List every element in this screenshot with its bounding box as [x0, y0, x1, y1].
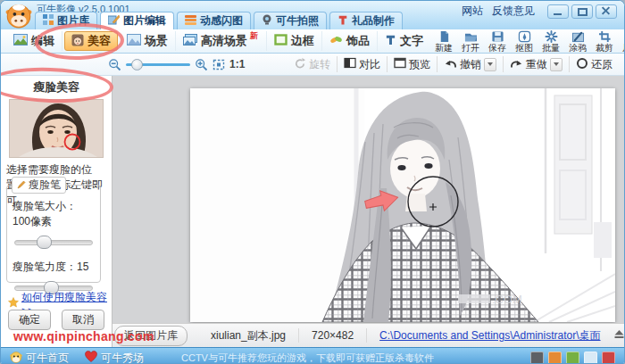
action-label: 批量	[542, 44, 560, 53]
window-controls	[547, 4, 617, 19]
action-label: 保存	[488, 44, 506, 53]
category-ornament[interactable]: 饰品	[322, 31, 378, 51]
redo-history-dropdown[interactable]	[550, 58, 562, 71]
category-beauty[interactable]: 美容	[64, 31, 118, 51]
slim-pen-tab: 瘦脸笔	[12, 177, 66, 194]
website-link[interactable]: 网站	[462, 4, 483, 19]
doodle-brush-icon	[571, 30, 585, 44]
beauty-face-icon	[71, 34, 84, 49]
zoom-bar: 1:1 旋转 对比 预览 撤销 重做	[1, 54, 624, 76]
action-save[interactable]: 保存	[484, 30, 511, 53]
confirm-button[interactable]: 确定	[8, 310, 51, 330]
chevron-down-icon	[554, 62, 559, 66]
restore-label: 还原	[591, 57, 612, 72]
new-file-icon	[438, 30, 451, 44]
zoom-slider-thumb[interactable]	[131, 59, 143, 70]
undo-icon	[444, 57, 457, 71]
maximize-icon	[578, 8, 588, 16]
category-text[interactable]: 文字	[378, 31, 430, 51]
category-border[interactable]: 边框	[267, 31, 322, 51]
cow-icon	[10, 351, 22, 364]
fit-screen-icon[interactable]	[212, 59, 225, 70]
pen-icon	[17, 179, 26, 192]
photo-canvas[interactable]: .COM	[190, 88, 615, 322]
cancel-button[interactable]: 取消	[62, 310, 104, 330]
brush-size-slider[interactable]	[14, 236, 93, 248]
tray-icon-4[interactable]	[584, 352, 597, 364]
restore-button[interactable]: 还原	[569, 56, 619, 72]
tab-motion-flash[interactable]: 动感闪图	[177, 12, 251, 29]
minimize-button[interactable]	[547, 4, 569, 19]
category-label: 高清场景	[201, 33, 247, 49]
tab-gift-maker[interactable]: 礼品制作	[329, 12, 403, 29]
tray-icon-3[interactable]	[566, 352, 579, 364]
compare-button[interactable]: 对比	[337, 56, 387, 72]
preview-button[interactable]: 预览	[387, 56, 437, 72]
tab-label: 礼品制作	[352, 13, 395, 29]
heart-icon	[85, 351, 97, 364]
slim-pen-groupbox: 瘦脸笔 瘦脸笔大小：100像素 瘦脸笔力度：15	[6, 185, 101, 283]
tray-icon-1[interactable]	[530, 352, 544, 364]
action-crop[interactable]: 裁剪	[591, 30, 618, 53]
category-label: 场景	[145, 33, 168, 49]
tray-icon-2[interactable]	[548, 352, 562, 364]
category-hd-scene[interactable]: 高清场景新	[176, 31, 267, 51]
keniu-show-link[interactable]: 可牛秀场	[85, 351, 144, 364]
maximize-button[interactable]	[571, 4, 593, 19]
cutout-pen-icon	[518, 30, 531, 44]
category-edit[interactable]: 编辑	[6, 31, 62, 51]
undo-button[interactable]: 撤销	[437, 56, 503, 72]
close-button[interactable]	[596, 4, 617, 19]
file-path-link[interactable]: C:\Documents and Settings\Administrator\…	[379, 328, 600, 343]
eject-icon[interactable]	[613, 329, 625, 342]
feedback-link[interactable]: 反馈意见	[492, 4, 535, 19]
compare-label: 对比	[359, 57, 380, 72]
undo-label: 撤销	[460, 57, 481, 72]
ornament-leaves-icon	[329, 34, 343, 48]
show-label: 可牛秀场	[101, 351, 144, 364]
brush-size-slider-thumb[interactable]	[37, 236, 52, 249]
category-label: 文字	[400, 33, 423, 49]
zoom-out-icon[interactable]	[108, 58, 121, 71]
action-batch[interactable]: 批量	[538, 30, 564, 53]
crop-icon	[598, 30, 612, 44]
slim-face-panel: 瘦脸美容 选择需要瘦脸的位置，点击鼠标左键即可	[1, 76, 112, 347]
tray-icon-5[interactable]	[602, 352, 615, 364]
star-icon	[8, 297, 19, 310]
undo-history-dropdown[interactable]	[484, 58, 496, 71]
compare-icon	[344, 57, 356, 71]
action-resize[interactable]: 尺寸	[618, 30, 625, 53]
zoom-slider[interactable]	[126, 58, 190, 70]
redo-label: 重做	[526, 57, 547, 72]
tab-picture-library[interactable]: 图片库	[35, 12, 97, 29]
keniu-home-link[interactable]: 可牛首页	[10, 351, 69, 364]
redo-icon	[510, 57, 523, 71]
promo-text[interactable]: CCTV与可牛推荐您玩的游戏，下载即可获赠正版杀毒软件	[181, 352, 434, 364]
open-folder-icon	[464, 30, 478, 44]
zoom-in-icon[interactable]	[195, 58, 208, 71]
filename-label: xiulian_副本.jpg	[198, 328, 298, 343]
keniu-photo-editor-window: 可牛影像 v2.5.0.1001 图片库 图片编辑 动感闪图	[0, 0, 625, 364]
tab-photo-edit[interactable]: 图片编辑	[100, 12, 174, 29]
hd-scene-icon	[183, 34, 197, 48]
category-group: 编辑 美容 场景 高清场景新	[6, 29, 430, 53]
action-new[interactable]: 新建	[430, 30, 457, 53]
action-doodle[interactable]: 涂鸦	[564, 30, 591, 53]
zoom-ratio-label[interactable]: 1:1	[229, 58, 245, 70]
restore-circle-icon	[576, 57, 588, 72]
site-watermark: www.qinpinchang.com	[13, 329, 154, 343]
sample-face-image	[9, 99, 104, 158]
sketch-portrait-image: .COM	[190, 88, 615, 322]
action-open[interactable]: 打开	[457, 30, 484, 53]
action-cutout[interactable]: 抠图	[511, 30, 538, 53]
edit-photo-icon	[13, 34, 28, 48]
status-bar: 可牛首页 可牛秀场 CCTV与可牛推荐您玩的游戏，下载即可获赠正版杀毒软件	[1, 347, 624, 364]
redo-button[interactable]: 重做	[503, 56, 569, 72]
category-label: 边框	[291, 33, 314, 49]
webcam-icon	[262, 14, 272, 28]
action-label: 打开	[462, 44, 479, 53]
rotate-button[interactable]: 旋转	[288, 56, 337, 72]
tab-camera[interactable]: 可牛拍照	[254, 12, 327, 29]
category-scene[interactable]: 场景	[120, 31, 176, 51]
slider-track	[14, 240, 93, 245]
